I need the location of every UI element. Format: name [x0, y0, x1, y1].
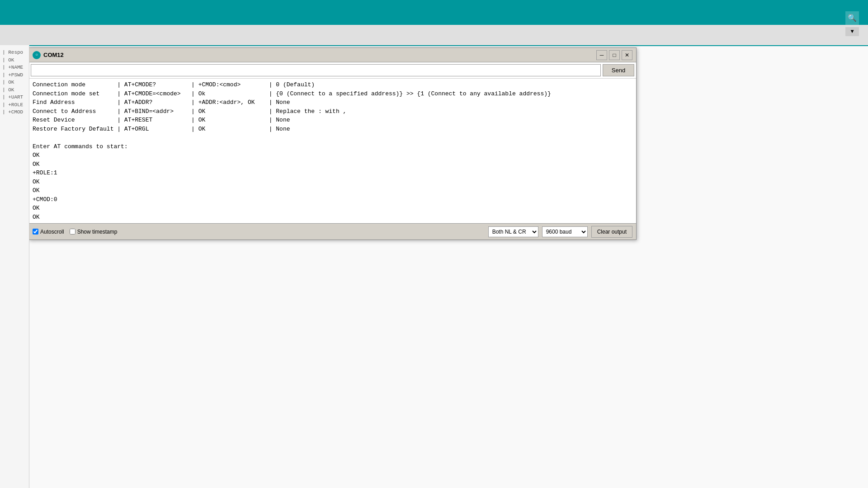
autoscroll-checkbox[interactable]: [33, 229, 38, 235]
baud-rate-select[interactable]: 300 baud 1200 baud 2400 baud 4800 baud 9…: [542, 226, 588, 237]
output-line-13: OK: [33, 186, 632, 195]
serial-monitor-titlebar: ○ COM12 ─ □ ✕: [29, 48, 636, 62]
sidebar-line-8: | +ROLE: [2, 101, 27, 109]
window-controls: ─ □ ✕: [596, 50, 632, 60]
output-line-10: OK: [33, 160, 632, 169]
autoscroll-label[interactable]: Autoscroll: [40, 229, 64, 235]
search-icon[interactable]: 🔍: [845, 11, 859, 25]
sidebar-line-7: | +UART: [2, 94, 27, 101]
sidebar-line-5: | OK: [2, 79, 27, 86]
sidebar-line-6: | OK: [2, 86, 27, 94]
output-line-9: OK: [33, 151, 632, 160]
ide-toolbar-bg: [0, 0, 868, 25]
output-line-3: Find Address | AT+ADDR? | +ADDR:<addr>, …: [33, 98, 632, 107]
send-button[interactable]: Send: [603, 64, 634, 76]
timestamp-checkbox[interactable]: [70, 229, 75, 235]
minimize-button[interactable]: ─: [596, 50, 607, 60]
serial-output-area[interactable]: Connection mode | AT+CMODE? | +CMOD:<cmo…: [29, 79, 636, 223]
serial-input-row: Send: [29, 62, 636, 79]
serial-monitor-icon: ○: [33, 51, 41, 59]
output-line-16: OK: [33, 213, 632, 222]
output-line-5: Reset Device | AT+RESET | OK | None: [33, 116, 632, 125]
close-button[interactable]: ✕: [622, 50, 632, 60]
serial-monitor-title: COM12: [43, 52, 64, 58]
output-line-15: OK: [33, 204, 632, 213]
clear-output-button[interactable]: Clear output: [591, 226, 632, 238]
output-line-1: Connection mode | AT+CMODE? | +CMOD:<cmo…: [33, 80, 632, 89]
timestamp-group: Show timestamp: [70, 229, 118, 235]
line-ending-select[interactable]: No line ending Newline Carriage return B…: [488, 226, 538, 237]
sidebar-line-1: | Respo: [2, 49, 27, 56]
output-line-8: Enter AT commands to start:: [33, 142, 632, 151]
sidebar-line-9: | +CMOD: [2, 108, 27, 116]
autoscroll-group: Autoscroll: [33, 229, 64, 235]
titlebar-left: ○ COM12: [33, 51, 64, 59]
output-line-7: [33, 133, 632, 142]
dropdown-icon[interactable]: ▼: [845, 27, 859, 36]
sidebar-line-3: | +NAME: [2, 64, 27, 71]
icon-circle: ○: [35, 52, 38, 57]
output-line-6: Restore Factory Default | AT+ORGL | OK |…: [33, 125, 632, 134]
output-line-11: +ROLE:1: [33, 169, 632, 178]
timestamp-label[interactable]: Show timestamp: [77, 229, 118, 235]
ide-main-toolbar: [0, 25, 868, 45]
sidebar-line-4: | +PSWD: [2, 71, 27, 79]
bottom-right-controls: No line ending Newline Carriage return B…: [488, 226, 632, 238]
output-line-2: Connection mode set | AT+CMODE=<cmode> |…: [33, 89, 632, 99]
sidebar-line-2: | OK: [2, 56, 27, 64]
left-code-sidebar: | Respo | OK | +NAME | +PSWD | OK | OK |…: [0, 45, 29, 488]
maximize-button[interactable]: □: [609, 50, 620, 60]
serial-text-input[interactable]: [31, 64, 601, 76]
output-line-12: OK: [33, 178, 632, 187]
output-line-14: +CMOD:0: [33, 195, 632, 204]
output-line-4: Connect to Address | AT+BIND=<addr> | OK…: [33, 107, 632, 116]
serial-monitor-window: ○ COM12 ─ □ ✕ Send Connection mode | AT+…: [28, 47, 637, 240]
serial-monitor-bottom-toolbar: Autoscroll Show timestamp No line ending…: [29, 223, 636, 239]
